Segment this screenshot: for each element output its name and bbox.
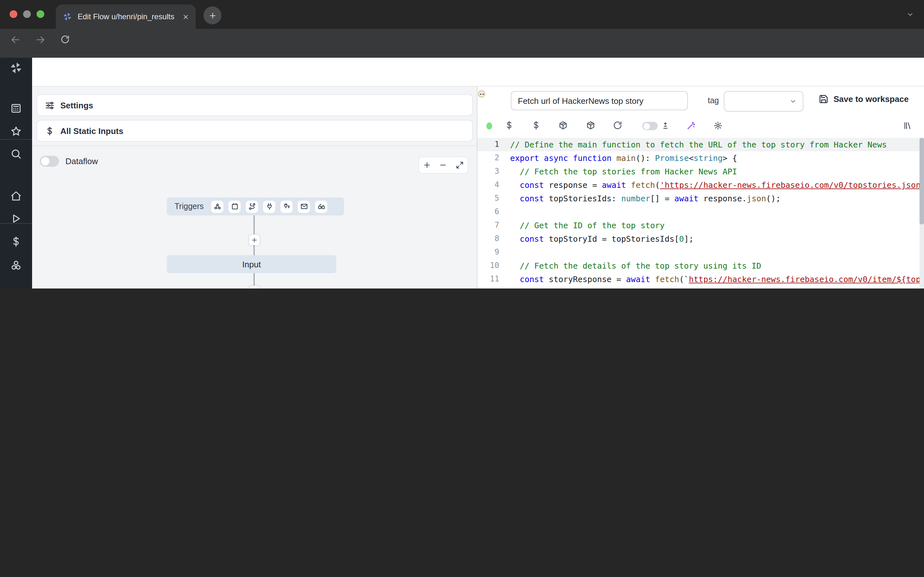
windmill-logo-icon[interactable] — [9, 61, 23, 75]
fit-view-icon[interactable] — [456, 161, 464, 169]
webhook-trigger-button[interactable] — [212, 200, 224, 213]
tab-search-chevron-icon[interactable] — [906, 10, 914, 19]
line-number: 9 — [477, 245, 499, 259]
poll-trigger-button[interactable] — [315, 200, 328, 213]
reload-icon[interactable] — [60, 35, 70, 44]
step-title-input[interactable]: Fetch url of HackerNews top story — [511, 91, 688, 110]
mail-icon — [300, 203, 308, 210]
triggers-label: Triggers — [174, 202, 204, 211]
calendar-trigger-button[interactable] — [229, 200, 241, 213]
zoom-out-icon[interactable] — [439, 161, 447, 169]
dollar-icon[interactable] — [531, 121, 541, 130]
line-number: 3 — [477, 165, 499, 178]
dataflow-toggle[interactable] — [40, 156, 59, 167]
flow-editor-toolbar: Untitled Path u/henri/pin Diff AI Builde… — [32, 58, 924, 87]
code-line-2: 2export async function main(): Promise<s… — [477, 151, 924, 165]
code-line-7: 7 // Get the ID of the top story — [477, 219, 924, 232]
plugzap-trigger-button[interactable] — [281, 200, 293, 213]
code-line-10: 10 // Fetch the details of the top story… — [477, 259, 924, 272]
package-icon[interactable] — [586, 121, 596, 130]
route-trigger-button[interactable] — [246, 200, 258, 213]
code-scrollbar-track — [919, 138, 924, 288]
code-line-3: 3 // Fetch the top stories from Hacker N… — [477, 165, 924, 178]
home-icon[interactable] — [10, 190, 22, 202]
input-node-label: Input — [242, 259, 261, 269]
mail-trigger-button[interactable] — [298, 200, 310, 213]
status-dot — [486, 122, 492, 129]
zoom-window-button[interactable] — [37, 10, 44, 18]
line-number: 1 — [477, 138, 499, 151]
package-icon[interactable] — [558, 121, 568, 130]
code-line-4: 4 const response = await fetch('https://… — [477, 178, 924, 192]
triggers-bar[interactable]: Triggers — [167, 197, 344, 215]
code-line-6: 6 — [477, 205, 924, 219]
tab-close-icon[interactable] — [182, 13, 189, 20]
all-static-inputs-row[interactable]: All Static Inputs — [37, 120, 473, 142]
edge — [254, 273, 254, 285]
plug-trigger-button[interactable] — [263, 200, 276, 213]
variables-icon[interactable] — [10, 236, 22, 247]
tag-label: tag — [708, 96, 719, 105]
add-step-button[interactable] — [248, 285, 260, 288]
dataflow-label: Dataflow — [65, 156, 98, 166]
editor-settings-icon[interactable] — [714, 121, 722, 130]
code-line-12: 12 const topStory = await storyResponse.… — [477, 286, 924, 288]
minimize-window-button[interactable] — [23, 10, 31, 18]
dataflow-toggle-row: Dataflow — [40, 156, 98, 167]
screen: Edit Flow u/henri/pin_results app.windmi… — [0, 0, 924, 288]
plugzap-icon — [283, 203, 291, 210]
save-to-workspace-button[interactable]: Save to workspace — [819, 94, 909, 104]
back-icon[interactable] — [10, 35, 21, 45]
favorites-icon[interactable] — [10, 126, 22, 137]
zoom-in-icon[interactable] — [423, 161, 431, 169]
resources-icon[interactable] — [10, 259, 22, 271]
code-line-8: 8 const topStoryId = topStoriesIds[0]; — [477, 232, 924, 245]
settings-row[interactable]: Settings — [37, 94, 473, 116]
new-tab-button[interactable] — [204, 6, 221, 24]
line-number: 7 — [477, 219, 499, 232]
edge — [254, 215, 254, 234]
windmill-favicon — [62, 11, 73, 22]
browser-tab[interactable]: Edit Flow u/henri/pin_results — [56, 5, 196, 29]
code-line-11: 11 const storyResponse = await fetch(`ht… — [477, 272, 924, 286]
app-sidebar — [0, 58, 32, 288]
input-node[interactable]: Input — [167, 255, 336, 273]
flow-graph-panel: Settings All Static Inputs Dataflow Trig… — [32, 87, 477, 288]
trigger-icon-row — [212, 200, 328, 213]
dollar-icon — [45, 126, 55, 135]
forward-icon[interactable] — [35, 35, 45, 45]
dollar-icon[interactable] — [504, 121, 514, 130]
plus-icon — [251, 237, 258, 243]
edge — [254, 245, 254, 255]
code-scrollbar-thumb[interactable] — [919, 138, 924, 224]
browser-tabstrip: Edit Flow u/henri/pin_results — [0, 0, 924, 29]
library-icon[interactable] — [903, 121, 912, 130]
bun-icon — [478, 90, 485, 97]
editor-toggle[interactable] — [642, 122, 658, 130]
step-editor-panel: TS Fetch url of HackerNews top story tag… — [477, 87, 924, 288]
close-window-button[interactable] — [10, 10, 17, 18]
code-editor[interactable]: 1// Define the main function to fetch th… — [477, 138, 924, 288]
plus-icon — [208, 11, 216, 19]
apps-icon[interactable] — [10, 103, 22, 114]
add-step-button[interactable] — [248, 234, 260, 246]
static-inputs-label: All Static Inputs — [60, 126, 123, 135]
ai-wand-icon[interactable] — [687, 121, 696, 130]
line-number: 8 — [477, 232, 499, 245]
line-number: 4 — [477, 178, 499, 192]
search-icon[interactable] — [10, 148, 22, 160]
chevron-down-icon — [789, 97, 797, 105]
step-title: Fetch url of HackerNews top story — [518, 96, 644, 105]
tag-select[interactable] — [724, 91, 803, 111]
line-number: 6 — [477, 205, 499, 219]
code-line-1: 1// Define the main function to fetch th… — [477, 138, 924, 151]
plus-icon — [251, 288, 258, 288]
refresh-icon[interactable] — [613, 121, 622, 130]
code-line-5: 5 const topStoriesIds: number[] = await … — [477, 192, 924, 205]
settings-label: Settings — [60, 100, 94, 110]
diff-mode-icon[interactable] — [661, 121, 670, 130]
line-number: 10 — [477, 259, 499, 272]
canvas-zoom-controls — [418, 156, 468, 174]
poll-icon — [318, 203, 325, 210]
runs-icon[interactable] — [10, 213, 22, 224]
